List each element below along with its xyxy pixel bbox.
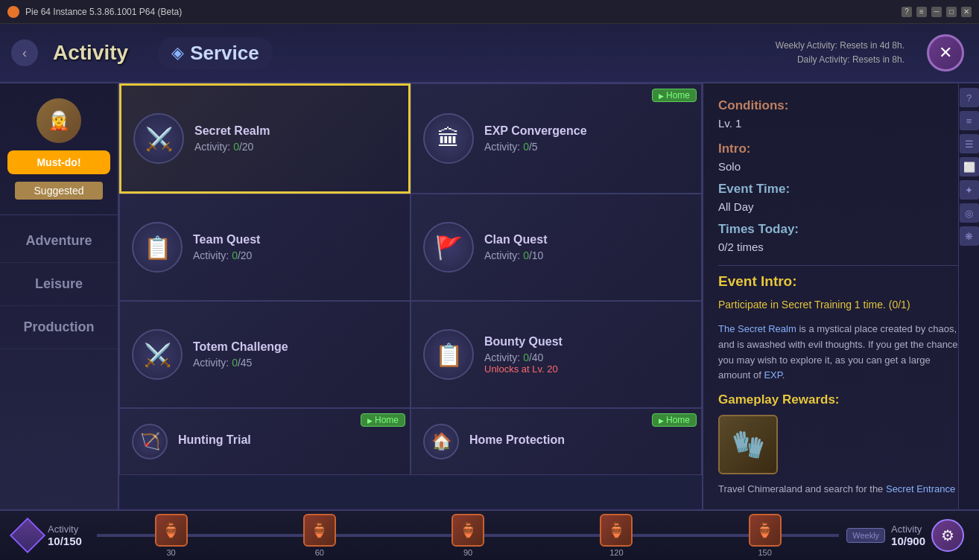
bottom-activity-info: Activity 10/150 — [48, 524, 82, 547]
app-title: Pie 64 Instance 5.3.86.1001 P64 (Beta) — [25, 7, 896, 17]
milestone-150-icon: 🏺 — [749, 514, 782, 547]
secret-realm-name: Secret Realm — [194, 124, 270, 138]
clan-quest-icon: 🚩 — [423, 222, 474, 273]
menu-btn[interactable]: ≡ — [916, 7, 927, 17]
home-prot-badge: Home — [652, 413, 697, 427]
milestone-120-label: 120 — [609, 548, 623, 557]
event-intro-participate: Participate in Secret Training 1 time. (… — [718, 297, 964, 313]
conditions-section: Conditions: Lv. 1 — [718, 98, 964, 130]
reward-icon: 🧤 — [718, 415, 778, 474]
clan-quest-count: Activity: 0/10 — [484, 249, 547, 261]
strip-icon-6[interactable]: ◎ — [960, 203, 979, 223]
event-time-section: Event Time: All Day — [718, 182, 964, 213]
bottom-bar: Activity 10/150 🏺 30 🏺 60 🏺 90 🏺 120 🏺 1… — [0, 509, 979, 560]
bottom-weekly: Weekly Activity 10/900 ⚙ — [846, 519, 964, 552]
event-time-value: All Day — [718, 200, 964, 213]
avatar: 🧝 — [37, 98, 81, 143]
hunting-home-badge: Home — [361, 413, 405, 427]
totem-count: Activity: 0/45 — [193, 357, 288, 369]
milestone-150-label: 150 — [758, 548, 771, 557]
activity-cell-team-quest[interactable]: 📋 Team Quest Activity: 0/20 — [119, 194, 411, 301]
team-quest-count: Activity: 0/20 — [193, 249, 260, 261]
strip-icon-1[interactable]: ? — [960, 88, 979, 107]
minimize-btn[interactable]: ─ — [931, 7, 942, 17]
bounty-count: Activity: 0/40 Unlocks at Lv. 20 — [484, 351, 563, 375]
top-nav: ‹ Activity ◈ Service Weekly Activity: Re… — [0, 24, 979, 83]
strip-icon-5[interactable]: ✦ — [960, 180, 979, 200]
activity-diamond — [10, 518, 45, 553]
weekly-badge: Weekly — [846, 528, 885, 543]
right-panel: Conditions: Lv. 1 Intro: Solo Event Time… — [703, 83, 979, 509]
main-content: 🧝 Must-do! Suggested Adventure Leisure P… — [0, 83, 979, 509]
activity-cell-exp-convergence[interactable]: Home 🏛 EXP Convergence Activity: 0/5 — [411, 83, 702, 194]
secret-realm-count: Activity: 0/20 — [194, 141, 270, 153]
event-time-label: Event Time: — [718, 182, 964, 197]
milestone-90[interactable]: 🏺 90 — [393, 514, 542, 557]
event-intro-title: Event Intro: — [718, 273, 964, 290]
weekly-label: Activity — [891, 524, 925, 535]
activity-cell-secret-realm[interactable]: ⚔️ Secret Realm Activity: 0/20 — [119, 83, 411, 194]
sidebar-item-leisure[interactable]: Leisure — [0, 263, 118, 306]
activity-cell-home-protection[interactable]: Home 🏠 Home Protection — [411, 408, 702, 475]
page-title: Activity — [53, 41, 128, 65]
home-prot-name: Home Protection — [469, 433, 565, 447]
clan-quest-name: Clan Quest — [484, 233, 547, 246]
activity-cell-bounty-quest[interactable]: 📋 Bounty Quest Activity: 0/40 Unlocks at… — [411, 301, 702, 408]
sidebar-item-production[interactable]: Production — [0, 306, 118, 349]
strip-icon-4[interactable]: ⬜ — [960, 157, 979, 176]
strip-icon-2[interactable]: ≡ — [960, 111, 979, 130]
strip-icon-3[interactable]: ☰ — [960, 134, 979, 153]
team-quest-icon: 📋 — [132, 222, 183, 273]
times-today-value: 0/2 times — [718, 241, 964, 253]
help-btn[interactable]: ? — [902, 7, 912, 17]
totem-icon: ⚔️ — [132, 329, 183, 380]
reset-info: Weekly Activity: Resets in 4d 8h. Daily … — [776, 39, 904, 67]
bounty-unlock: Unlocks at Lv. 20 — [484, 363, 563, 375]
milestone-30-label: 30 — [166, 548, 175, 557]
hunting-icon: 🏹 — [132, 424, 168, 459]
times-today-section: Times Today: 0/2 times — [718, 222, 964, 253]
milestone-30[interactable]: 🏺 30 — [97, 514, 245, 557]
bottom-activity-label: Activity — [48, 524, 82, 535]
milestone-150[interactable]: 🏺 150 — [691, 514, 839, 557]
secret-realm-icon: ⚔️ — [133, 113, 184, 164]
service-icon: ◈ — [171, 43, 184, 63]
milestone-120-icon: 🏺 — [600, 514, 633, 547]
progress-milestones: 🏺 30 🏺 60 🏺 90 🏺 120 🏺 150 — [97, 514, 839, 557]
service-label: Service — [190, 42, 259, 65]
times-today-label: Times Today: — [718, 222, 964, 237]
weekly-activity-info: Activity 10/900 — [891, 524, 925, 547]
sidebar: 🧝 Must-do! Suggested Adventure Leisure P… — [0, 83, 119, 509]
activity-cell-totem-challenge[interactable]: ⚔️ Totem Challenge Activity: 0/45 — [119, 301, 411, 408]
intro-label: Intro: — [718, 141, 964, 156]
gear-button[interactable]: ⚙ — [931, 519, 964, 552]
team-quest-name: Team Quest — [193, 233, 260, 246]
exp-icon: 🏛 — [423, 113, 474, 164]
activity-cell-hunting-trial[interactable]: Home 🏹 Hunting Trial — [119, 408, 411, 475]
service-button[interactable]: ◈ Service — [158, 37, 273, 69]
exp-link: EXP — [764, 369, 782, 381]
activity-cell-clan-quest[interactable]: 🚩 Clan Quest Activity: 0/10 — [411, 194, 702, 301]
strip-icon-7[interactable]: ❋ — [960, 226, 979, 246]
exp-convergence-count: Activity: 0/5 — [484, 141, 587, 153]
nav-close-button[interactable]: ✕ — [927, 34, 964, 71]
milestone-90-icon: 🏺 — [452, 514, 484, 547]
restore-btn[interactable]: □ — [946, 7, 957, 17]
close-btn[interactable]: ✕ — [961, 7, 972, 17]
milestone-120[interactable]: 🏺 120 — [542, 514, 691, 557]
home-prot-icon: 🏠 — [423, 424, 459, 459]
milestone-60[interactable]: 🏺 60 — [245, 514, 393, 557]
suggested-label: Suggested — [15, 182, 103, 200]
sidebar-item-adventure[interactable]: Adventure — [0, 220, 118, 263]
hunting-name: Hunting Trial — [178, 433, 251, 447]
title-bar: Pie 64 Instance 5.3.86.1001 P64 (Beta) ?… — [0, 0, 979, 24]
exp-convergence-name: EXP Convergence — [484, 124, 587, 138]
daily-reset: Daily Activity: Resets in 8h. — [776, 53, 904, 67]
travel-text: Travel Chimeraland and search for the Se… — [718, 482, 964, 497]
back-button[interactable]: ‹ — [11, 39, 38, 66]
intro-section: Intro: Solo — [718, 141, 964, 173]
weekly-reset: Weekly Activity: Resets in 4d 8h. — [776, 39, 904, 53]
conditions-value: Lv. 1 — [718, 117, 964, 130]
window-controls[interactable]: ? ≡ ─ □ ✕ — [902, 7, 972, 17]
bottom-activity-count: 10/150 — [48, 535, 82, 547]
